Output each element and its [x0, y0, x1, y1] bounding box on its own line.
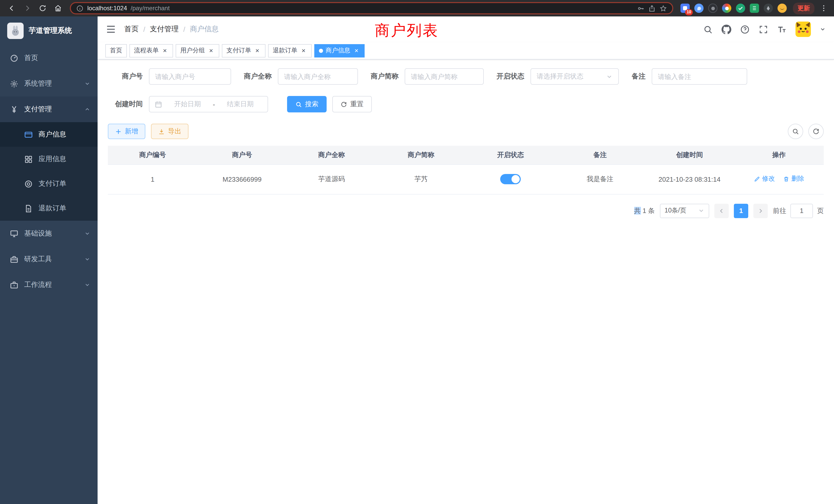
back-button[interactable]	[5, 2, 19, 15]
status-toggle[interactable]	[500, 174, 521, 184]
search-button[interactable]: 搜索	[287, 96, 327, 112]
merchant-full-name-input[interactable]	[284, 73, 352, 80]
filter-label: 创建时间	[108, 99, 143, 109]
sidebar-item-home[interactable]: 首页	[0, 45, 97, 71]
add-button[interactable]: 新增	[108, 124, 145, 139]
delete-link[interactable]: 删除	[783, 175, 804, 183]
help-icon[interactable]	[740, 24, 750, 34]
font-size-icon[interactable]	[777, 24, 787, 34]
breadcrumb-home[interactable]: 首页	[124, 25, 139, 34]
url-path: /pay/merchant	[131, 5, 170, 12]
tab-merchant-info[interactable]: 商户信息×	[314, 44, 365, 57]
calendar-icon	[155, 100, 162, 108]
close-tab-icon[interactable]: ×	[254, 47, 261, 54]
fullscreen-icon[interactable]	[759, 24, 768, 34]
filter-remark: 备注	[632, 68, 747, 85]
export-button-label: 导出	[168, 127, 181, 136]
page-size-select[interactable]: 10条/页	[660, 204, 709, 218]
document-icon	[24, 204, 33, 213]
filter-create-time: 创建时间 开始日期 - 结束日期	[108, 96, 268, 112]
github-icon[interactable]	[722, 24, 731, 34]
extension-drop-icon[interactable]	[694, 4, 704, 13]
collapse-sidebar-button[interactable]	[106, 24, 116, 35]
sidebar-item-label: 研发工具	[24, 255, 52, 264]
address-bar[interactable]: localhost:1024/pay/merchant	[70, 2, 673, 14]
main-area: 首页 / 支付管理 / 商户信息 商户列表	[97, 17, 834, 504]
edit-link[interactable]: 修改	[754, 175, 775, 183]
active-dot	[319, 48, 323, 53]
column-header: 开启状态	[466, 146, 555, 164]
sidebar-item-dev-tools[interactable]: 研发工具	[0, 246, 97, 272]
pagination-goto: 前往 页	[773, 204, 824, 218]
sidebar-item-system[interactable]: 系统管理	[0, 71, 97, 96]
close-tab-icon[interactable]: ×	[207, 47, 215, 54]
reload-button[interactable]	[36, 2, 49, 15]
extension-pin-icon[interactable]	[764, 4, 773, 13]
date-range-picker[interactable]: 开始日期 - 结束日期	[149, 96, 268, 112]
current-page-button[interactable]: 1	[734, 204, 748, 218]
url-host: localhost:1024	[87, 5, 127, 12]
search-icon	[792, 128, 799, 135]
sidebar-item-merchant-info[interactable]: 商户信息	[0, 122, 97, 147]
extension-dark-icon[interactable]	[708, 4, 718, 13]
page-unit-label: 页	[817, 206, 824, 215]
goto-page-input[interactable]	[790, 204, 813, 218]
close-tab-icon[interactable]: ×	[353, 47, 360, 54]
bookmark-star-icon[interactable]	[659, 4, 667, 12]
next-page-button[interactable]	[753, 204, 768, 218]
key-icon[interactable]	[637, 4, 644, 12]
sidebar-item-workflow[interactable]: 工作流程	[0, 272, 97, 298]
reset-button[interactable]: 重置	[332, 96, 372, 112]
yen-icon	[9, 105, 19, 114]
cell-actions: 修改删除	[734, 164, 824, 194]
chevron-down-icon	[698, 207, 705, 214]
open-status-select[interactable]: 请选择开启状态	[530, 68, 619, 85]
chevron-down-icon	[84, 256, 90, 262]
table-row: 1 M233666999 芋道源码 芋艿 我是备注 2021-10-23 08:…	[108, 164, 824, 194]
column-header: 商户简称	[376, 146, 466, 164]
prev-page-button[interactable]	[714, 204, 729, 218]
tab-process-form[interactable]: 流程表单×	[129, 44, 173, 57]
home-button[interactable]	[51, 2, 65, 15]
breadcrumb-payment[interactable]: 支付管理	[150, 25, 179, 34]
remark-input[interactable]	[658, 73, 741, 80]
merchant-no-input[interactable]	[155, 73, 225, 80]
plus-icon	[115, 128, 122, 135]
close-tab-icon[interactable]: ×	[161, 47, 169, 54]
search-icon[interactable]	[703, 24, 713, 34]
sidebar-item-pay-order[interactable]: 支付订单	[0, 171, 97, 196]
annotation-title: 商户列表	[375, 21, 439, 41]
user-avatar[interactable]	[795, 22, 811, 37]
date-separator: -	[213, 100, 215, 108]
share-icon[interactable]	[648, 4, 656, 12]
app-logo[interactable]: 芋道管理系统	[0, 17, 97, 45]
forward-button[interactable]	[21, 2, 34, 15]
toggle-search-button[interactable]	[788, 124, 803, 139]
sidebar-item-infrastructure[interactable]: 基础设施	[0, 221, 97, 246]
tab-refund-order[interactable]: 退款订单×	[268, 44, 312, 57]
avatar-caret-icon[interactable]	[820, 26, 826, 32]
pagination-total-rest: 1 条	[641, 207, 655, 214]
refresh-table-button[interactable]	[808, 124, 824, 139]
tab-pay-order[interactable]: 支付订单×	[222, 44, 265, 57]
close-tab-icon[interactable]: ×	[300, 47, 307, 54]
extension-puzzle-icon[interactable]: 10	[680, 4, 690, 13]
tab-user-group[interactable]: 用户分组×	[176, 44, 219, 57]
column-header: 创建时间	[645, 146, 734, 164]
export-button[interactable]: 导出	[151, 124, 189, 139]
sidebar-item-payment[interactable]: 支付管理	[0, 96, 97, 122]
merchant-short-name-input[interactable]	[411, 73, 478, 80]
extension-check-icon[interactable]	[736, 4, 745, 13]
extension-colorwheel-icon[interactable]	[722, 4, 731, 13]
extension-avatar-icon[interactable]	[777, 4, 787, 13]
browser-menu-button[interactable]	[818, 3, 829, 13]
chevron-down-icon	[84, 230, 90, 236]
sidebar-item-refund-order[interactable]: 退款订单	[0, 196, 97, 221]
sidebar-item-label: 退款订单	[39, 204, 66, 213]
info-icon[interactable]	[76, 4, 84, 12]
extension-sheets-icon[interactable]	[750, 4, 759, 13]
tab-home[interactable]: 首页	[105, 44, 127, 57]
sidebar-item-app-info[interactable]: 应用信息	[0, 147, 97, 171]
filter-label: 备注	[632, 72, 645, 81]
update-button[interactable]: 更新	[793, 2, 814, 14]
